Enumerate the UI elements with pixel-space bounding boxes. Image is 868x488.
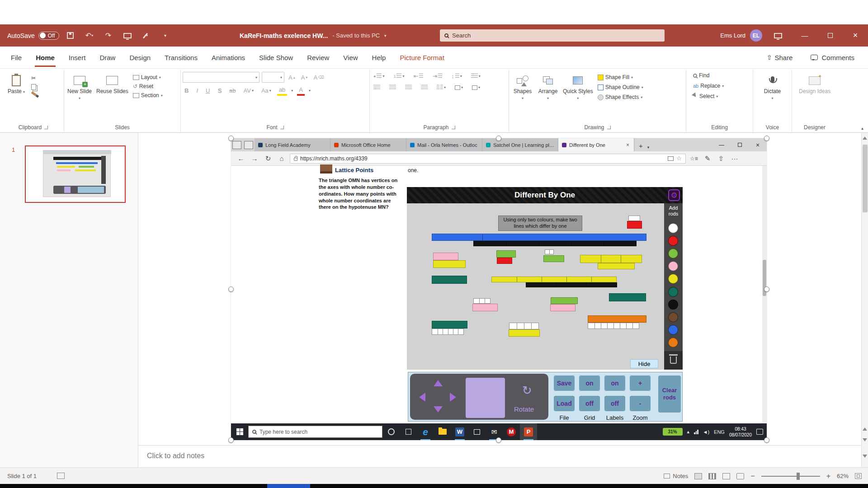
reset-button[interactable]: ↺Reset: [132, 83, 164, 90]
control-button-on[interactable]: on: [604, 375, 625, 391]
underline-button[interactable]: U: [204, 86, 212, 95]
pen-button[interactable]: ▾: [139, 28, 154, 43]
palette-color-8[interactable]: [668, 325, 678, 335]
action-center-icon[interactable]: [756, 429, 763, 435]
reading-view-icon[interactable]: [668, 156, 674, 161]
rod[interactable]: [432, 276, 467, 284]
next-slide-icon[interactable]: [863, 438, 867, 441]
shape-effects-button[interactable]: Shape Effects ▾: [596, 94, 645, 101]
avatar[interactable]: EL: [750, 29, 762, 42]
menu-item-view[interactable]: View: [342, 48, 359, 67]
rod[interactable]: [497, 258, 512, 264]
present-button[interactable]: [120, 28, 135, 43]
palette-color-5[interactable]: [668, 287, 678, 297]
new-tab-button[interactable]: +: [634, 142, 647, 151]
palette-color-2[interactable]: [668, 249, 678, 258]
align-right-button[interactable]: [403, 84, 414, 91]
favorites-star-icon[interactable]: ☆: [676, 155, 682, 162]
menu-item-file[interactable]: File: [10, 48, 23, 67]
font-size-select[interactable]: ▾: [262, 72, 284, 83]
zoom-slider[interactable]: [761, 476, 820, 477]
control-button-Load[interactable]: Load: [554, 396, 575, 411]
justify-button[interactable]: [419, 84, 429, 91]
selection-handle[interactable]: [228, 437, 234, 443]
notes-toggle-button[interactable]: Notes: [664, 473, 688, 479]
dictate-button[interactable]: Dictate▾: [761, 72, 784, 102]
zoom-level[interactable]: 62%: [837, 473, 849, 479]
strikethrough-button[interactable]: ab: [227, 86, 237, 95]
rotate-label[interactable]: Rotate: [514, 405, 534, 413]
zoom-in-button[interactable]: +: [826, 472, 830, 480]
browser-maximize-button[interactable]: [731, 143, 749, 147]
section-button[interactable]: Section ▾: [132, 92, 164, 99]
shape-fill-button[interactable]: Shape Fill ▾: [596, 74, 645, 81]
clock[interactable]: 08:4308/07/2020: [729, 426, 752, 438]
scroll-down-icon[interactable]: [863, 455, 867, 458]
menu-item-slide-show[interactable]: Slide Show: [258, 48, 294, 67]
rotate-icon[interactable]: ↻: [522, 384, 532, 398]
start-button[interactable]: [231, 423, 248, 440]
rods-canvas[interactable]: Using only two colours, make two lines w…: [407, 203, 664, 370]
zoom-out-button[interactable]: −: [750, 472, 755, 480]
accessibility-checker-icon[interactable]: [57, 473, 65, 479]
rod[interactable]: [432, 321, 467, 328]
rod[interactable]: [609, 293, 646, 301]
rod[interactable]: [433, 260, 466, 268]
forward-icon[interactable]: →: [249, 155, 260, 162]
decrease-indent-button[interactable]: ⇤: [411, 72, 425, 80]
task-view-button[interactable]: [400, 423, 417, 440]
replace-button[interactable]: abReplace ▾: [692, 82, 725, 89]
rod[interactable]: [473, 241, 637, 246]
refresh-icon[interactable]: ↻: [263, 155, 274, 163]
selection-handle[interactable]: [228, 136, 234, 141]
selection-handle[interactable]: [764, 437, 769, 443]
menu-item-insert[interactable]: Insert: [68, 48, 87, 67]
selection-handle[interactable]: [764, 136, 769, 141]
article-title[interactable]: Lattice Points: [335, 167, 373, 174]
tray-expand-icon[interactable]: ▴: [687, 429, 690, 435]
selection-handle[interactable]: [764, 286, 769, 292]
rod[interactable]: [491, 277, 617, 282]
slide-thumbnail[interactable]: [25, 145, 126, 203]
normal-view-button[interactable]: [694, 473, 702, 479]
rod[interactable]: [627, 221, 642, 229]
text-direction-button[interactable]: ▾: [469, 73, 482, 80]
layout-button[interactable]: Layout ▾: [132, 74, 164, 81]
align-left-button[interactable]: [372, 84, 382, 91]
shape-outline-button[interactable]: Shape Outline ▾: [596, 84, 645, 91]
rod[interactable]: [509, 329, 540, 337]
scroll-up-icon[interactable]: [863, 136, 867, 140]
back-icon[interactable]: ←: [236, 155, 246, 162]
main-scrollbar-thumb[interactable]: [863, 145, 868, 212]
quick-access-more-button[interactable]: ▾: [158, 28, 173, 43]
main-scrollbar[interactable]: [861, 133, 868, 467]
paste-button[interactable]: Paste ▾: [5, 72, 28, 97]
close-button[interactable]: ×: [843, 24, 868, 47]
character-spacing-button[interactable]: AV▾: [242, 86, 255, 95]
trash-button[interactable]: [664, 351, 683, 370]
rod[interactable]: [432, 328, 464, 335]
menu-item-transitions[interactable]: Transitions: [164, 48, 198, 67]
control-button-Save[interactable]: Save: [554, 375, 575, 391]
browser-tab[interactable]: Mail - Orla Nelmes - Outloc: [406, 138, 482, 151]
menu-item-help[interactable]: Help: [371, 48, 387, 67]
rod[interactable]: [550, 304, 576, 311]
saved-status-chevron-icon[interactable]: ▾: [384, 33, 387, 38]
font-dialog-launcher-icon[interactable]: [280, 126, 284, 129]
rod[interactable]: [473, 298, 491, 304]
rod[interactable]: [588, 323, 639, 329]
cortana-button[interactable]: [382, 423, 400, 440]
comments-button[interactable]: Comments: [811, 54, 854, 61]
menu-item-animations[interactable]: Animations: [211, 48, 246, 67]
browser-tab[interactable]: Satchel One | Learning platf: [482, 138, 558, 151]
shapes-button[interactable]: Shapes▾: [511, 72, 534, 102]
font-color-button[interactable]: A: [297, 85, 305, 96]
change-case-button[interactable]: Aa▾: [259, 86, 273, 95]
selection-handle[interactable]: [228, 286, 234, 292]
menu-item-design[interactable]: Design: [128, 48, 151, 67]
notes-pane[interactable]: Click to add notes: [138, 445, 861, 467]
zoom-slider-thumb[interactable]: [797, 473, 800, 480]
copy-button[interactable]: [30, 84, 38, 90]
palette-color-9[interactable]: [668, 338, 678, 347]
numbering-button[interactable]: 1▾: [392, 73, 406, 80]
